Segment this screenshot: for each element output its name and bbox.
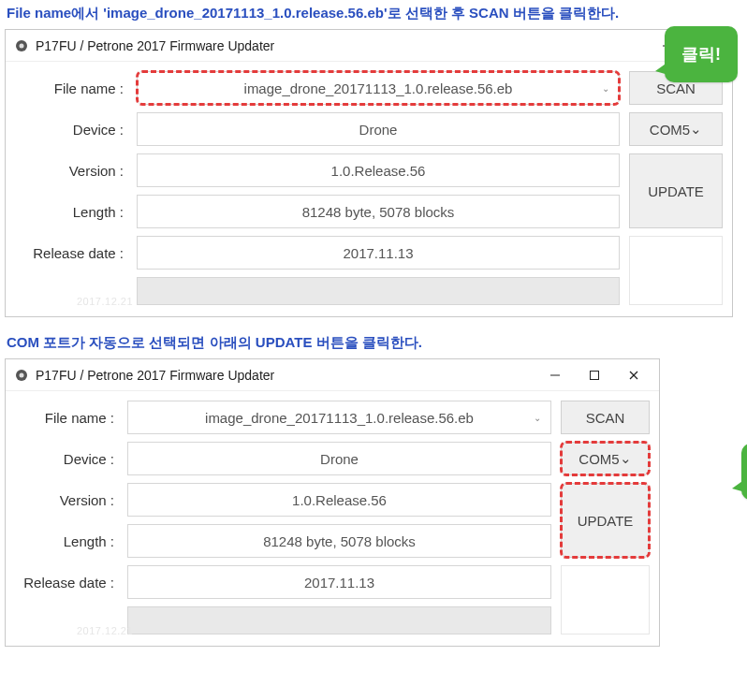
- file-name-value: image_drone_20171113_1.0.release.56.eb: [244, 80, 513, 96]
- release-date-value: 2017.11.13: [343, 245, 413, 261]
- scan-button[interactable]: SCAN: [561, 401, 650, 434]
- progress-bar: [127, 606, 551, 634]
- length-value: 81248 byte, 5078 blocks: [302, 204, 455, 220]
- com-port-value: COM5: [579, 451, 619, 467]
- label-length: Length :: [15, 195, 127, 228]
- instruction-text-2: COM 포트가 자동으로 선택되면 아래의 UPDATE 버튼을 클릭한다.: [7, 334, 742, 352]
- window-body: File name : image_drone_20171113_1.0.rel…: [6, 391, 659, 646]
- label-file-name: File name :: [15, 410, 118, 426]
- window-controls: [535, 362, 653, 388]
- instruction-text-1: File name에서 'image_drone_20171113_1.0.re…: [7, 5, 742, 22]
- com-port-dropdown[interactable]: COM5 ⌄: [629, 112, 723, 146]
- firmware-updater-window-2: P17FU / Petrone 2017 Firmware Updater Fi…: [5, 358, 660, 647]
- row-file-name: File name : image_drone_20171113_1.0.rel…: [15, 71, 723, 105]
- file-name-value: image_drone_20171113_1.0.release.56.eb: [205, 410, 474, 426]
- close-button[interactable]: [614, 362, 653, 388]
- window-title: P17FU / Petrone 2017 Firmware Updater: [36, 38, 648, 53]
- minimize-icon: [549, 370, 561, 381]
- release-date-field: 2017.11.13: [127, 565, 551, 599]
- version-field: 1.0.Release.56: [127, 483, 551, 517]
- length-field: 81248 byte, 5078 blocks: [137, 195, 620, 228]
- click-callout: 클릭!: [741, 444, 747, 500]
- svg-point-1: [20, 43, 24, 48]
- row-version-length: Version : Length : 1.0.Release.56 81248 …: [15, 153, 723, 228]
- label-release-date: Release date :: [15, 565, 118, 599]
- version-value: 1.0.Release.56: [292, 492, 387, 508]
- length-field: 81248 byte, 5078 blocks: [127, 524, 551, 558]
- version-value: 1.0.Release.56: [331, 163, 426, 179]
- side-blank-panel: [561, 565, 650, 634]
- app-icon: [13, 367, 30, 384]
- update-button[interactable]: UPDATE: [561, 483, 650, 558]
- label-version: Version :: [15, 153, 127, 187]
- chevron-down-icon: ⌄: [602, 83, 609, 94]
- label-device: Device :: [15, 122, 127, 138]
- chevron-down-icon: ⌄: [534, 413, 541, 423]
- update-button[interactable]: UPDATE: [629, 153, 723, 228]
- row-release-progress: Release date : 2017.11.13: [15, 236, 723, 305]
- row-version-length: Version : Length : 1.0.Release.56 81248 …: [15, 483, 650, 558]
- label-length: Length :: [15, 524, 118, 558]
- label-version: Version :: [15, 483, 118, 517]
- svg-rect-7: [591, 371, 599, 379]
- label-release-date: Release date :: [15, 236, 127, 270]
- maximize-icon: [589, 370, 600, 381]
- device-field: Drone: [127, 442, 551, 475]
- device-value: Drone: [320, 451, 359, 467]
- window-title: P17FU / Petrone 2017 Firmware Updater: [36, 368, 535, 383]
- app-icon: [13, 37, 30, 54]
- side-blank-panel: [629, 236, 723, 305]
- titlebar: P17FU / Petrone 2017 Firmware Updater: [6, 359, 659, 391]
- titlebar: P17FU / Petrone 2017 Firmware Updater: [6, 30, 732, 62]
- row-file-name: File name : image_drone_20171113_1.0.rel…: [15, 401, 650, 434]
- file-name-dropdown[interactable]: image_drone_20171113_1.0.release.56.eb ⌄: [127, 401, 551, 434]
- chevron-down-icon: ⌄: [620, 450, 632, 467]
- row-device: Device : Drone COM5 ⌄: [15, 112, 723, 146]
- file-name-dropdown[interactable]: image_drone_20171113_1.0.release.56.eb ⌄: [137, 71, 620, 105]
- build-date-watermark: 2017.12.21: [77, 625, 133, 636]
- label-device: Device :: [15, 451, 118, 467]
- svg-point-5: [20, 372, 24, 377]
- chevron-down-icon: ⌄: [690, 121, 702, 138]
- firmware-updater-window-1: P17FU / Petrone 2017 Firmware Updater Fi…: [5, 29, 733, 317]
- click-callout: 클릭!: [665, 26, 738, 82]
- row-release-progress: Release date : 2017.11.13: [15, 565, 650, 634]
- com-port-dropdown[interactable]: COM5 ⌄: [561, 442, 650, 475]
- close-icon: [628, 370, 639, 381]
- length-value: 81248 byte, 5078 blocks: [263, 533, 416, 549]
- release-date-field: 2017.11.13: [137, 236, 620, 270]
- release-date-value: 2017.11.13: [304, 575, 374, 591]
- device-field: Drone: [137, 112, 620, 146]
- version-field: 1.0.Release.56: [137, 153, 620, 187]
- row-device: Device : Drone COM5 ⌄: [15, 442, 650, 475]
- window-body: File name : image_drone_20171113_1.0.rel…: [6, 62, 732, 316]
- minimize-button[interactable]: [535, 362, 575, 388]
- progress-bar: [137, 277, 620, 305]
- build-date-watermark: 2017.12.21: [77, 296, 133, 307]
- label-file-name: File name :: [15, 80, 127, 96]
- maximize-button[interactable]: [575, 362, 614, 388]
- com-port-value: COM5: [650, 122, 690, 138]
- device-value: Drone: [359, 122, 398, 138]
